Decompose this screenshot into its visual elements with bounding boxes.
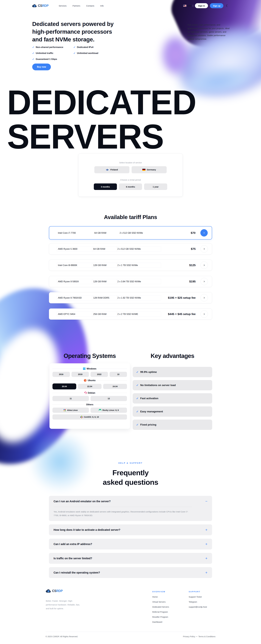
footer-link-reseller-program[interactable]: Reseller Program: [152, 616, 169, 618]
feature-item: ✓Guaranteed 1 Gbps: [32, 58, 73, 61]
feature-label: Guaranteed 1 Gbps: [36, 58, 57, 60]
check-icon: ✓: [136, 423, 139, 426]
display-title: DEDICATED SERVERS: [7, 85, 196, 154]
period-3-months-button[interactable]: 3 months: [94, 184, 117, 190]
feature-label: Non-shared performance: [36, 46, 63, 48]
tariff-storage: 2 x 1 TB SSD NVMe: [116, 263, 161, 268]
faq-expand-icon[interactable]: +: [205, 571, 207, 574]
os-section-title: Operating Systems: [50, 352, 130, 359]
feature-label: Unlimited traffic: [36, 52, 53, 54]
tariff-open-button[interactable]: ›: [200, 229, 208, 236]
os-option-debian-12[interactable]: 12: [91, 396, 127, 401]
germany-flag-icon: [142, 169, 145, 171]
faq-question[interactable]: Can I reinstall the operating system? +: [54, 567, 207, 578]
tariff-open-button[interactable]: ›: [200, 262, 208, 269]
period-6-months-button[interactable]: 6 months: [119, 184, 142, 190]
tariff-ram: 128 RAM DDR5: [92, 295, 117, 300]
footer-link-virtual-servers[interactable]: Virtual Servers: [152, 601, 169, 603]
footer-link-dashboard[interactable]: Dashboard: [152, 621, 169, 623]
os-option-windows-2016[interactable]: 2016: [53, 372, 70, 377]
tariff-row[interactable]: Intel Core i9-9900K 128 GB RAM 2 x 1 TB …: [49, 260, 212, 271]
tariff-row[interactable]: AMD Ryzen 9 5950X 128 GB RAM 2 x 3.84 TB…: [49, 276, 212, 287]
buy-now-button[interactable]: Buy now: [32, 64, 51, 70]
os-option-label: CentOS: 8, 9, 10: [84, 416, 99, 418]
os-card: Windows 2016 2019 2022 10 Ubuntu 20.04 2…: [50, 363, 130, 429]
tariff-price: $195 + $25 setup fee: [168, 296, 196, 300]
location-label-text: Finland: [110, 168, 118, 171]
check-icon: ✓: [32, 52, 34, 55]
os-option-ubuntu-2404[interactable]: 24.04: [103, 384, 127, 389]
os-option-windows-10[interactable]: 10: [110, 372, 127, 377]
tariff-storage: 2 x 2 TB SSD NVME: [116, 312, 161, 317]
tariff-open-button[interactable]: ›: [200, 278, 208, 285]
faq-list: Can I run an Android emulator on the ser…: [49, 496, 212, 582]
tariff-row[interactable]: Intel Core i7-7700 64 GB RAM 2 x 512 GB …: [49, 226, 212, 240]
faq-question-text: Can I run an Android emulator on the ser…: [54, 500, 111, 503]
tariff-open-button[interactable]: ›: [200, 294, 208, 302]
feature-label: Dedicated IPv4: [77, 46, 93, 48]
faq-question-text: How long does it take to activate a dedi…: [54, 528, 120, 532]
os-option-windows-2019[interactable]: 2019: [72, 372, 89, 377]
footer-logo[interactable]: CSRDP: [46, 589, 63, 593]
check-icon: ✓: [73, 46, 75, 49]
footer-link-support-email[interactable]: support@csrdp.host: [189, 606, 207, 608]
footer-link-dedicated-servers[interactable]: Dedicated Servers: [152, 606, 169, 608]
tariff-row[interactable]: AMD Ryzen 5 3600 64 GB RAM 2 x 512 GB SS…: [49, 243, 212, 254]
faq-answer: Yes, Android emulators work stably on de…: [54, 507, 192, 521]
tariff-storage: 2 x 1.92 TB SSD NVMe: [116, 295, 161, 300]
faq-expand-icon[interactable]: +: [205, 542, 207, 546]
os-option-rocky-linux[interactable]: Rocky Linux: 8, 9: [91, 408, 127, 413]
faq-expand-icon[interactable]: +: [205, 556, 207, 560]
location-finland-button[interactable]: Finland: [94, 166, 129, 173]
period-1-year-button[interactable]: 1 year: [144, 184, 167, 190]
chevron-right-icon: ›: [204, 280, 205, 283]
faq-question[interactable]: Is traffic on the server limited? +: [54, 553, 207, 564]
os-group-others: Others: [53, 403, 127, 406]
chevron-right-icon: ›: [204, 247, 205, 251]
tariff-storage: 2 x 3.84 TB SSD NVMe: [116, 279, 161, 284]
advantage-label: Fast activation: [140, 397, 158, 400]
os-option-windows-2022[interactable]: 2022: [91, 372, 108, 377]
faq-question[interactable]: Can I run an Android emulator on the ser…: [54, 496, 207, 507]
os-group-label: Windows: [87, 368, 96, 370]
faq-question[interactable]: Can I add an extra IP address? +: [54, 539, 207, 550]
footer-link-support-ticket[interactable]: Support Ticket: [189, 596, 207, 598]
tariff-row[interactable]: AMD EPYC 9454 256 GB RAM 2 x 2 TB SSD NV…: [49, 308, 212, 320]
os-option-debian-11[interactable]: 11: [53, 396, 89, 401]
footer-link-terms-conditions[interactable]: Terms & Conditions: [198, 636, 215, 638]
os-group-label: Debian: [88, 392, 95, 394]
footer-link-telegram[interactable]: Telegram: [189, 601, 207, 603]
footer-link-privacy-policy[interactable]: Privacy Policy: [183, 636, 195, 638]
hero-feature-list: ✓Non-shared performance ✓Unlimited traff…: [32, 46, 115, 61]
footer-link-home[interactable]: Home: [152, 596, 169, 598]
check-icon: ✓: [136, 397, 139, 400]
os-option-centos[interactable]: CentOS: 8, 9, 10: [53, 414, 127, 420]
footer: CSRDP Better. Faster. Stronger. High-per…: [0, 588, 261, 644]
tariff-row[interactable]: AMD Ryzen 9 7950X3D 128 RAM DDR5 2 x 1.9…: [49, 292, 212, 303]
faq-question[interactable]: How long does it take to activate a dedi…: [54, 524, 207, 535]
tariff-cpu: Intel Core i7-7700: [58, 232, 94, 234]
advantage-item: ✓No limitations on server load: [133, 380, 212, 390]
location-germany-button[interactable]: Germany: [132, 166, 167, 173]
feature-item: ✓Non-shared performance: [32, 46, 73, 49]
feature-item: ✓Unlimited workload: [73, 52, 115, 55]
os-group-windows: Windows: [53, 368, 127, 370]
tariff-ram: 128 GB RAM: [92, 263, 117, 268]
os-group-label: Others: [86, 403, 93, 406]
tariff-open-button[interactable]: ›: [200, 310, 208, 318]
os-option-alma-linux[interactable]: Alma Linux: [53, 408, 89, 413]
footer-link-referral-program[interactable]: Referral Program: [152, 611, 169, 613]
tariff-ram: 64 GB RAM: [92, 246, 117, 252]
os-group-label: Ubuntu: [88, 379, 96, 382]
advantage-item: ✓Fixed pricing: [133, 420, 212, 430]
os-option-ubuntu-2004[interactable]: 20.04: [53, 384, 76, 390]
debian-icon: [84, 391, 87, 394]
finland-flag-icon: [106, 169, 109, 171]
bullet-separator: •: [196, 636, 197, 638]
faq-collapse-icon[interactable]: −: [205, 500, 207, 503]
tariff-cpu: Intel Core i9-9900K: [57, 263, 93, 268]
tariff-open-button[interactable]: ›: [200, 245, 208, 252]
os-option-ubuntu-2204[interactable]: 22.04: [78, 384, 102, 389]
faq-expand-icon[interactable]: +: [205, 528, 207, 532]
hero-title: Dedicated servers powered by high-perfor…: [32, 20, 114, 43]
